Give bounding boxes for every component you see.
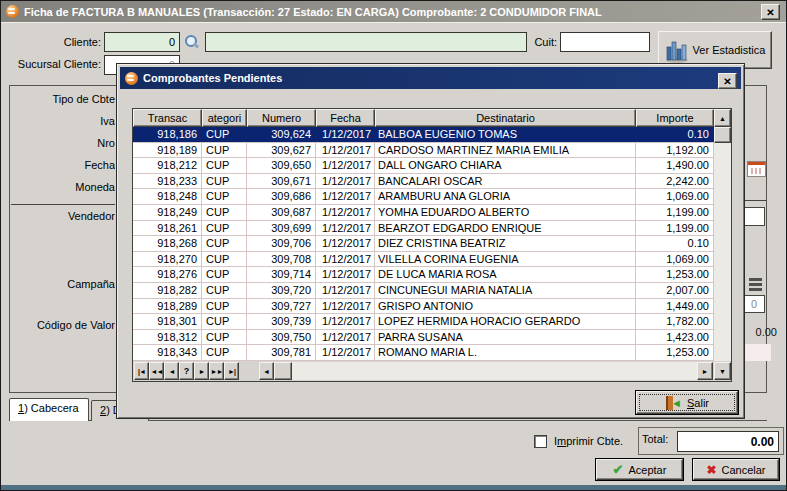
cliente-search-button[interactable]: [183, 33, 201, 51]
grid-cell-destinatario: BANCALARI OSCAR: [375, 174, 636, 189]
nav-last-button[interactable]: ►|: [224, 362, 239, 380]
total-input[interactable]: [677, 431, 779, 452]
grid-cell-destinatario: DE LUCA MARIA ROSA: [375, 267, 636, 282]
scroll-down-icon[interactable]: ▼: [714, 362, 731, 380]
grid-cell-importe: 0.10: [636, 236, 714, 251]
cancelar-label: Cancelar: [722, 464, 766, 476]
grid-cell-numero: 309,687: [247, 205, 316, 220]
fecha-label: Fecha: [11, 159, 115, 171]
campana-label: Campaña: [11, 278, 115, 290]
scroll-up-icon[interactable]: ▲: [714, 109, 731, 127]
grid-row[interactable]: 918,186CUP309,6241/12/2017BALBOA EUGENIO…: [133, 127, 714, 143]
grid-cell-transac: 918,261: [133, 221, 202, 236]
aceptar-label: Aceptar: [628, 464, 666, 476]
grid-cell-importe: 0.10: [636, 127, 714, 142]
nav-prior-button[interactable]: ◄: [164, 362, 179, 380]
modal-close-button[interactable]: ✕: [718, 73, 737, 89]
menu-icon: [749, 278, 762, 293]
grid-cell-transac: 918,249: [133, 205, 202, 220]
grid-cell-numero: 309,671: [247, 174, 316, 189]
col-header-importe[interactable]: Importe: [636, 109, 714, 127]
grid-cell-fecha: 1/12/2017: [316, 189, 375, 204]
grid-row[interactable]: 918,268CUP309,7061/12/2017DIEZ CRISTINA …: [133, 236, 714, 252]
grid-cell-numero: 309,720: [247, 283, 316, 298]
nav-next-button[interactable]: ►: [194, 362, 209, 380]
vertical-scrollbar[interactable]: [714, 127, 731, 361]
grid-row[interactable]: 918,343CUP309,7811/12/2017ROMANO MARIA L…: [133, 345, 714, 361]
col-header-transac[interactable]: Transac: [133, 109, 202, 127]
scroll-right-icon[interactable]: ►: [697, 362, 713, 380]
window-close-button[interactable]: ✕: [761, 4, 780, 20]
horizontal-scrollbar[interactable]: [259, 362, 713, 380]
col-header-destinatario[interactable]: Destinatario: [375, 109, 636, 127]
grid-cell-fecha: 1/12/2017: [316, 330, 375, 345]
moneda-label: Moneda: [11, 181, 115, 193]
grid-cell-importe: 2,242.00: [636, 174, 714, 189]
iva-label: Iva: [11, 115, 115, 127]
grid-row[interactable]: 918,233CUP309,6711/12/2017BANCALARI OSCA…: [133, 174, 714, 190]
col-header-numero[interactable]: Numero: [247, 109, 316, 127]
scroll-left-icon[interactable]: ◄: [259, 362, 274, 380]
grid-cell-fecha: 1/12/2017: [316, 143, 375, 158]
grid-cell-numero: 309,706: [247, 236, 316, 251]
grid-row[interactable]: 918,289CUP309,7271/12/2017GRISPO ANTONIO…: [133, 299, 714, 315]
aceptar-button[interactable]: ✔ Aceptar: [595, 458, 684, 481]
modal-titlebar[interactable]: Comprobantes Pendientes ✕: [120, 67, 741, 89]
cliente-name-input[interactable]: [205, 32, 527, 52]
grid-row[interactable]: 918,301CUP309,7391/12/2017LOPEZ HERMIDA …: [133, 314, 714, 330]
grid-cell-fecha: 1/12/2017: [316, 174, 375, 189]
col-header-fecha[interactable]: Fecha: [316, 109, 375, 127]
col-header-categoria[interactable]: ategori: [202, 109, 247, 127]
grid-row[interactable]: 918,189CUP309,6271/12/2017CARDOSO MARTIN…: [133, 143, 714, 159]
imprimir-checkbox[interactable]: [534, 435, 547, 448]
grid-cell-transac: 918,248: [133, 189, 202, 204]
grid-cell-fecha: 1/12/2017: [316, 345, 375, 360]
bar-chart-icon: [665, 37, 689, 63]
section-divider: [11, 204, 115, 205]
grid-cell-transac: 918,212: [133, 158, 202, 173]
grid-cell-fecha: 1/12/2017: [316, 158, 375, 173]
grid-row[interactable]: 918,312CUP309,7501/12/2017PARRA SUSANA1,…: [133, 330, 714, 346]
cliente-code-input[interactable]: [104, 32, 180, 52]
tab-cabecera[interactable]: 1) Cabecera: [9, 398, 89, 421]
nav-next-page-button[interactable]: ►►: [209, 362, 224, 380]
calendar-icon[interactable]: [747, 161, 766, 177]
grid-cell-categoria: CUP: [202, 143, 247, 158]
grid-cell-categoria: CUP: [202, 314, 247, 329]
comprobantes-grid: Transac ategori Numero Fecha Destinatari…: [132, 108, 732, 382]
grid-cell-destinatario: BALBOA EUGENIO TOMAS: [375, 127, 636, 142]
grid-cell-fecha: 1/12/2017: [316, 236, 375, 251]
grid-row[interactable]: 918,248CUP309,6861/12/2017ARAMBURU ANA G…: [133, 189, 714, 205]
grid-row[interactable]: 918,276CUP309,7141/12/2017DE LUCA MARIA …: [133, 267, 714, 283]
salir-button[interactable]: ◄ Salir: [635, 390, 739, 415]
nro-label: Nro: [11, 137, 115, 149]
grid-cell-numero: 309,708: [247, 252, 316, 267]
grid-cell-fecha: 1/12/2017: [316, 283, 375, 298]
grid-cell-destinatario: ARAMBURU ANA GLORIA: [375, 189, 636, 204]
nav-prior-page-button[interactable]: ◄◄: [149, 362, 164, 380]
grid-cell-numero: 309,686: [247, 189, 316, 204]
cliente-label: Cliente:: [21, 36, 101, 48]
vertical-scroll-thumb[interactable]: [714, 127, 731, 143]
grid-row[interactable]: 918,261CUP309,6991/12/2017BEARZOT EDGARD…: [133, 221, 714, 237]
app-window: { "window": { "title": "Ficha de FACTURA…: [0, 0, 787, 491]
grid-cell-importe: 1,069.00: [636, 252, 714, 267]
tipo-cbte-label: Tipo de Cbte: [11, 93, 115, 105]
cancelar-button[interactable]: ✖ Cancelar: [692, 458, 780, 481]
nav-search-button[interactable]: ?: [179, 362, 194, 380]
check-icon: ✔: [613, 462, 624, 477]
grid-cell-fecha: 1/12/2017: [316, 205, 375, 220]
grid-row[interactable]: 918,249CUP309,6871/12/2017YOMHA EDUARDO …: [133, 205, 714, 221]
grid-row[interactable]: 918,282CUP309,7201/12/2017CINCUNEGUI MAR…: [133, 283, 714, 299]
grid-cell-destinatario: CARDOSO MARTINEZ MARIA EMILIA: [375, 143, 636, 158]
horizontal-scroll-thumb[interactable]: [274, 362, 292, 380]
codigo-valor-label: Código de Valor: [11, 319, 115, 331]
nav-first-button[interactable]: |◄: [134, 362, 149, 380]
cuit-input[interactable]: [560, 32, 650, 52]
grid-cell-numero: 309,699: [247, 221, 316, 236]
grid-cell-importe: 2,007.00: [636, 283, 714, 298]
grid-row[interactable]: 918,212CUP309,6501/12/2017DALL ONGARO CH…: [133, 158, 714, 174]
ver-estadistica-label: Ver Estadistica: [693, 44, 766, 56]
grid-cell-transac: 918,276: [133, 267, 202, 282]
grid-row[interactable]: 918,270CUP309,7081/12/2017VILELLA CORINA…: [133, 252, 714, 268]
